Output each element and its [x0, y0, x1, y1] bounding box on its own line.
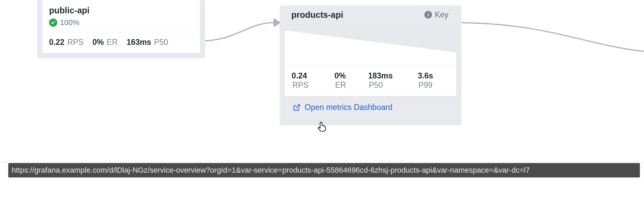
link-label: Open metrics Dashboard: [305, 103, 393, 112]
metric-er: 0% ER: [92, 38, 118, 47]
edge-products-out: [454, 23, 644, 51]
health-indicator: 100%: [49, 18, 193, 27]
node-header: public-api 100%: [42, 0, 200, 32]
metrics-row: 0.24 RPS 0% ER 183ms P50 3.6s P99: [285, 66, 456, 96]
check-circle-icon: [49, 18, 57, 27]
metric-rps: 0.22 RPS: [49, 38, 83, 47]
service-title: public-api: [49, 5, 193, 15]
status-bar-url: https://grafana.example.com/d/lDlaj-NGz/…: [12, 166, 530, 175]
open-metrics-dashboard-link[interactable]: Open metrics Dashboard: [293, 103, 393, 112]
edge-public-to-products: [198, 23, 274, 41]
metrics-row: 0.22 RPS 0% ER 163ms P50: [42, 32, 200, 53]
key-badge[interactable]: i Key: [424, 5, 448, 24]
node-titlebar: products-api i Key: [284, 5, 457, 24]
browser-status-bar: https://grafana.example.com/d/lDlaj-NGz/…: [8, 163, 640, 177]
metric-p99: 3.6s P99: [418, 71, 449, 90]
service-node-products-api[interactable]: products-api i Key 0.24 RPS 0% ER: [280, 5, 461, 125]
health-value: 100%: [60, 18, 79, 27]
graph-canvas[interactable]: public-api 100% 0.22 RPS 0%: [0, 0, 644, 222]
svg-marker-0: [285, 24, 456, 52]
metric-rps: 0.24 RPS: [292, 71, 326, 90]
service-card: public-api 100% 0.22 RPS 0%: [42, 0, 200, 53]
service-title: products-api: [291, 10, 343, 20]
node-footer: Open metrics Dashboard: [285, 96, 456, 120]
service-node-public-api[interactable]: public-api 100% 0.22 RPS 0%: [37, 0, 205, 58]
info-icon: i: [424, 11, 432, 18]
sparkline-chart: [285, 24, 456, 65]
metric-p50: 163ms P50: [127, 38, 168, 47]
key-label: Key: [435, 10, 448, 20]
external-link-icon: [293, 104, 301, 111]
metric-er: 0% ER: [335, 71, 359, 90]
service-card: 0.24 RPS 0% ER 183ms P50 3.6s P99: [284, 24, 457, 121]
svg-line-1: [296, 104, 300, 108]
metric-p50: 183ms P50: [368, 71, 409, 90]
